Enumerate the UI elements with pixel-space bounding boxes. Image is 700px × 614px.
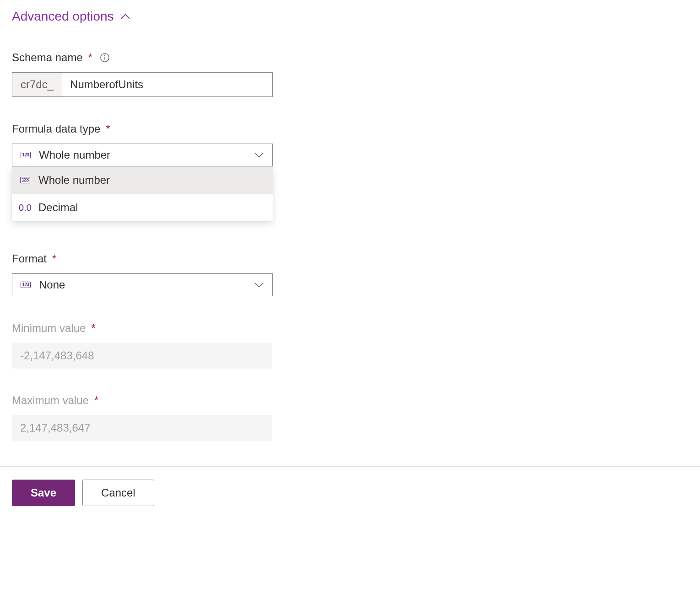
schema-name-group: Schema name * cr7dc_ — [12, 51, 688, 97]
required-indicator: * — [94, 394, 98, 407]
cancel-button[interactable]: Cancel — [82, 480, 154, 506]
schema-name-label: Schema name * — [12, 51, 688, 64]
decimal-icon: 0.0 — [18, 203, 32, 213]
schema-name-input-row: cr7dc_ — [12, 72, 273, 97]
format-label: Format * — [12, 252, 688, 265]
maximum-value-label-text: Maximum value — [12, 394, 89, 407]
formula-type-label: Formula data type * — [12, 123, 688, 135]
svg-point-2 — [105, 55, 105, 56]
advanced-options-toggle[interactable]: Advanced options — [12, 9, 130, 24]
option-whole-number[interactable]: 123 Whole number — [12, 166, 273, 194]
option-decimal[interactable]: 0.0 Decimal — [12, 194, 273, 221]
schema-prefix: cr7dc_ — [12, 73, 62, 96]
chevron-down-icon — [254, 152, 264, 158]
minimum-value-label-text: Minimum value — [12, 322, 86, 335]
option-label: Decimal — [38, 201, 78, 214]
formula-type-dropdown: 123 Whole number 0.0 Decimal — [12, 166, 273, 221]
form-scroll-area[interactable]: Advanced options Schema name * cr7dc_ Fo… — [0, 0, 700, 614]
schema-name-label-text: Schema name — [12, 51, 83, 64]
minimum-value-label: Minimum value * — [12, 322, 688, 335]
format-label-text: Format — [12, 252, 47, 265]
required-indicator: * — [91, 322, 95, 335]
whole-number-icon: 123 — [19, 150, 32, 160]
format-select[interactable]: 123 None — [12, 273, 273, 296]
chevron-down-icon — [254, 282, 264, 288]
formula-type-select[interactable]: 123 Whole number — [12, 144, 273, 166]
required-indicator: * — [88, 51, 92, 64]
chevron-up-icon — [120, 13, 130, 20]
minimum-value-group: Minimum value * — [12, 322, 688, 368]
required-indicator: * — [52, 252, 56, 265]
minimum-value-input — [12, 343, 272, 368]
whole-number-icon: 123 — [18, 175, 32, 185]
formula-type-label-text: Formula data type — [12, 123, 100, 135]
required-indicator: * — [106, 123, 110, 135]
maximum-value-input — [12, 415, 272, 441]
formula-type-selected: Whole number — [39, 149, 110, 161]
schema-name-input[interactable] — [62, 73, 272, 96]
whole-number-icon: 123 — [19, 280, 32, 290]
maximum-value-group: Maximum value * — [12, 394, 688, 441]
advanced-options-label: Advanced options — [12, 9, 114, 24]
formula-type-group: Formula data type * 123 Whole number 123… — [12, 123, 688, 166]
format-selected: None — [39, 278, 65, 291]
option-label: Whole number — [38, 174, 110, 187]
footer-actions: Save Cancel — [12, 467, 688, 521]
info-icon[interactable] — [100, 53, 110, 63]
maximum-value-label: Maximum value * — [12, 394, 688, 407]
save-button[interactable]: Save — [12, 480, 75, 506]
